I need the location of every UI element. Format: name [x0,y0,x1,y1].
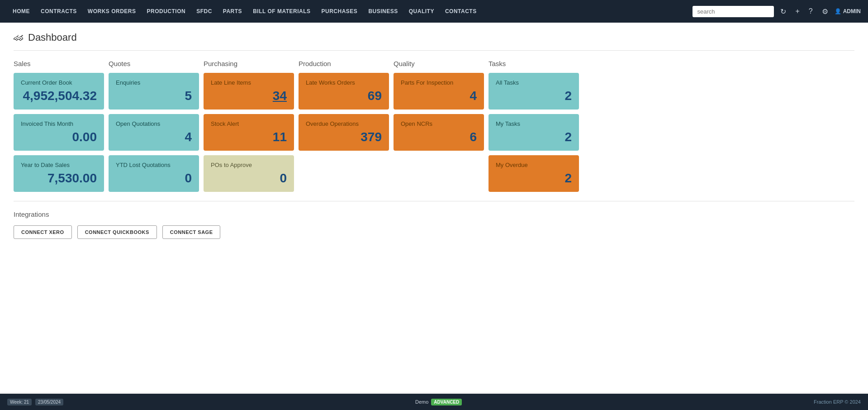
footer: Week: 21 23/05/2024 Demo ADVANCED Fracti… [0,394,868,410]
page-header: 🏎 Dashboard [14,32,854,51]
nav-item-sfdc[interactable]: SFDC [191,0,218,23]
integrations-buttons: CONNECT XERO CONNECT QUICKBOOKS CONNECT … [14,225,854,239]
refresh-icon[interactable]: ↻ [778,5,789,18]
card-open-ncrs[interactable]: Open NCRs 6 [394,114,484,151]
tasks-section-title: Tasks [489,60,579,67]
production-section-title: Production [299,60,389,67]
card-ytd-sales-value: 7,530.00 [21,171,97,186]
card-open-quotations-label: Open Quotations [116,120,192,127]
nav-item-home[interactable]: HOME [7,0,35,23]
quotes-section: Quotes Enquiries 5 Open Quotations 4 YTD… [109,60,199,196]
card-overdue-ops-value: 379 [306,130,382,144]
search-input[interactable] [693,6,774,17]
main-content: 🏎 Dashboard Sales Current Order Book 4,9… [0,23,868,392]
card-all-tasks-label: All Tasks [496,79,572,86]
card-stock-alert-label: Stock Alert [211,120,287,127]
card-my-overdue-label: My Overdue [496,162,572,168]
card-all-tasks-value: 2 [496,89,572,103]
card-stock-alert-value: 11 [211,130,287,144]
section-divider [14,201,854,201]
card-ytd-lost-value: 0 [116,171,192,186]
connect-sage-button[interactable]: CONNECT SAGE [162,225,221,239]
settings-icon[interactable]: ⚙ [819,5,831,18]
connect-xero-button[interactable]: CONNECT XERO [14,225,72,239]
footer-demo-label: Demo [415,399,428,405]
nav-item-parts[interactable]: PARTS [218,0,247,23]
nav-item-works-orders[interactable]: WORKS ORDERS [82,0,142,23]
sales-section: Sales Current Order Book 4,952,504.32 In… [14,60,104,196]
card-open-ncrs-label: Open NCRs [401,120,477,127]
card-my-tasks-label: My Tasks [496,120,572,127]
card-invoiced-this-month[interactable]: Invoiced This Month 0.00 [14,114,104,151]
quotes-section-title: Quotes [109,60,199,67]
footer-left: Week: 21 23/05/2024 [7,399,63,405]
tasks-section: Tasks All Tasks 2 My Tasks 2 My Overdue … [489,60,579,196]
card-current-order-book[interactable]: Current Order Book 4,952,504.32 [14,73,104,110]
card-pos-label: POs to Approve [211,162,287,168]
card-my-tasks[interactable]: My Tasks 2 [489,114,579,151]
integrations-section: Integrations CONNECT XERO CONNECT QUICKB… [14,210,854,239]
card-pos-to-approve[interactable]: POs to Approve 0 [204,155,294,192]
purchasing-section: Purchasing Late Line Items 34 Stock Aler… [204,60,294,196]
nav-item-bill-of-materials[interactable]: BILL OF MATERIALS [247,0,316,23]
card-late-line-items-value[interactable]: 34 [211,89,287,103]
sales-section-title: Sales [14,60,104,67]
connect-quickbooks-button[interactable]: CONNECT QUICKBOOKS [77,225,157,239]
card-overdue-operations[interactable]: Overdue Operations 379 [299,114,389,151]
card-late-line-items[interactable]: Late Line Items 34 [204,73,294,110]
nav-item-production[interactable]: PRODUCTION [142,0,191,23]
nav-item-purchases[interactable]: PURCHASES [316,0,363,23]
footer-demo: Demo ADVANCED [415,399,462,405]
plus-icon[interactable]: + [792,5,802,17]
footer-copyright: Fraction ERP © 2024 [814,399,861,405]
user-icon: 👤 [835,8,841,14]
card-my-tasks-value: 2 [496,130,572,144]
card-parts-inspection-value: 4 [401,89,477,103]
admin-label: ADMIN [843,8,861,14]
quality-section: Quality Parts For Inspection 4 Open NCRs… [394,60,484,196]
footer-week: Week: 21 [7,399,32,405]
card-enquiries-label: Enquiries [116,79,192,86]
dashboard-icon: 🏎 [14,32,24,43]
nav-right: ↻ + ? ⚙ 👤 ADMIN [693,5,861,18]
card-enquiries-value: 5 [116,89,192,103]
card-parts-inspection-label: Parts For Inspection [401,79,477,86]
nav-item-contacts[interactable]: CONTACTS [440,0,482,23]
footer-date: 23/05/2024 [35,399,63,405]
card-open-quotations[interactable]: Open Quotations 4 [109,114,199,151]
card-stock-alert[interactable]: Stock Alert 11 [204,114,294,151]
card-late-works-value: 69 [306,89,382,103]
card-invoiced-label: Invoiced This Month [21,120,97,127]
card-my-overdue[interactable]: My Overdue 2 [489,155,579,192]
card-invoiced-value: 0.00 [21,130,97,144]
nav-item-business[interactable]: BUSINESS [363,0,403,23]
card-overdue-ops-label: Overdue Operations [306,120,382,127]
card-open-quotations-value: 4 [116,130,192,144]
dashboard-sections: Sales Current Order Book 4,952,504.32 In… [14,60,854,196]
card-all-tasks[interactable]: All Tasks 2 [489,73,579,110]
card-ytd-lost-quotations[interactable]: YTD Lost Quotations 0 [109,155,199,192]
navbar: HOME CONTRACTS WORKS ORDERS PRODUCTION S… [0,0,868,23]
card-ytd-lost-label: YTD Lost Quotations [116,162,192,168]
footer-plan-badge: ADVANCED [431,399,462,405]
page-title: Dashboard [28,32,77,43]
card-open-ncrs-value: 6 [401,130,477,144]
card-current-order-book-value: 4,952,504.32 [21,89,97,103]
admin-menu[interactable]: 👤 ADMIN [835,8,861,14]
card-late-line-items-label: Late Line Items [211,79,287,86]
card-current-order-book-label: Current Order Book [21,79,97,86]
card-my-overdue-value: 2 [496,171,572,186]
production-section: Production Late Works Orders 69 Overdue … [299,60,389,196]
nav-item-contracts[interactable]: CONTRACTS [35,0,82,23]
card-ytd-sales[interactable]: Year to Date Sales 7,530.00 [14,155,104,192]
help-icon[interactable]: ? [806,5,816,17]
card-late-works-label: Late Works Orders [306,79,382,86]
purchasing-section-title: Purchasing [204,60,294,67]
integrations-title: Integrations [14,210,854,218]
card-enquiries[interactable]: Enquiries 5 [109,73,199,110]
quality-section-title: Quality [394,60,484,67]
nav-item-quality[interactable]: QUALITY [403,0,440,23]
card-late-works-orders[interactable]: Late Works Orders 69 [299,73,389,110]
card-parts-for-inspection[interactable]: Parts For Inspection 4 [394,73,484,110]
card-pos-value: 0 [211,171,287,186]
